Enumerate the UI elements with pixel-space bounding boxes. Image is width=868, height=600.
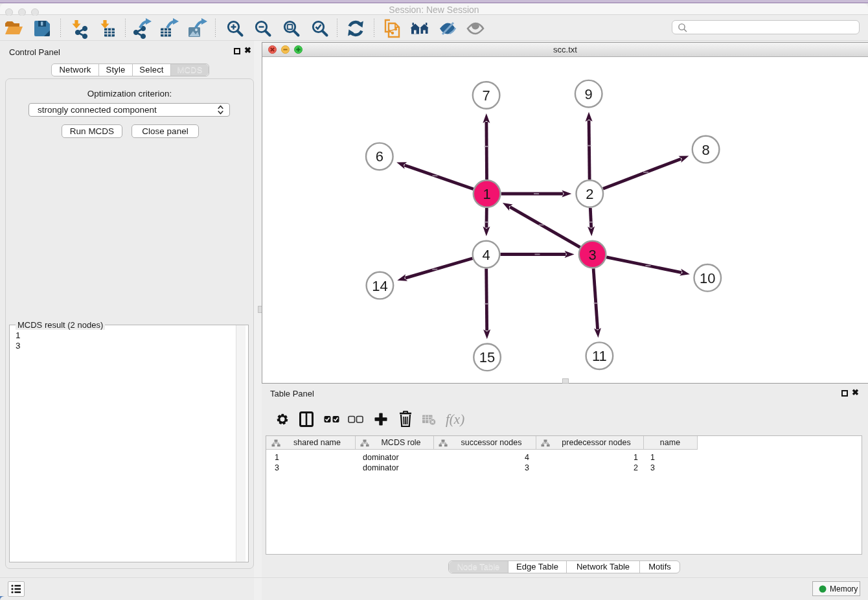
svg-text:4: 4 xyxy=(482,247,490,263)
svg-text:8: 8 xyxy=(702,142,709,158)
svg-text:14: 14 xyxy=(372,278,387,294)
svg-text:3: 3 xyxy=(588,247,596,263)
svg-text:2: 2 xyxy=(586,186,593,202)
svg-text:7: 7 xyxy=(482,87,490,104)
svg-text:1: 1 xyxy=(483,186,490,202)
svg-text:10: 10 xyxy=(700,270,715,286)
svg-text:11: 11 xyxy=(592,348,607,364)
svg-text:15: 15 xyxy=(479,349,495,365)
svg-text:f(x): f(x) xyxy=(446,411,464,427)
svg-text:9: 9 xyxy=(585,86,593,102)
svg-text:6: 6 xyxy=(376,148,383,165)
